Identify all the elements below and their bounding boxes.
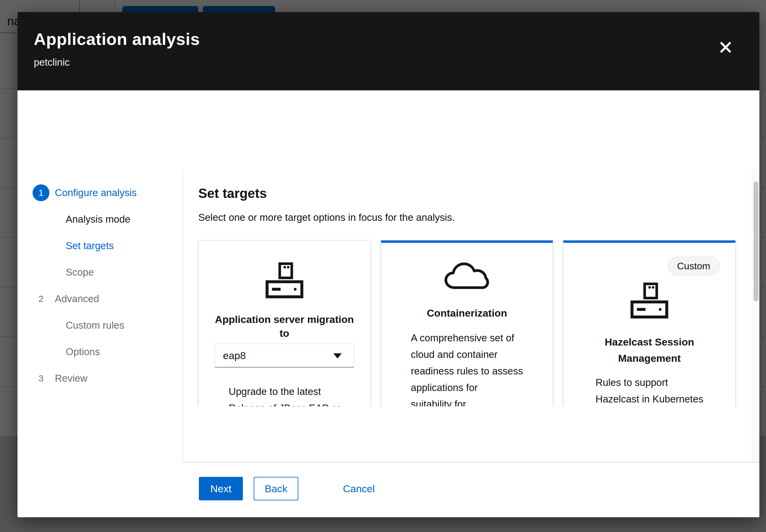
wizard-footer: Next Back Cancel xyxy=(17,462,759,517)
target-card-app-server-migration[interactable]: Application server migration to eap8 Upg… xyxy=(198,240,371,406)
sidebar-item-label: Scope xyxy=(66,267,94,278)
application-analysis-modal: Application analysis petclinic 1 Configu… xyxy=(17,12,759,517)
scrollbar-thumb[interactable] xyxy=(754,181,758,301)
modal-title: Application analysis xyxy=(34,30,711,49)
sidebar-item-label: Custom rules xyxy=(66,320,124,331)
modal-header: Application analysis petclinic xyxy=(17,12,759,90)
cloud-icon xyxy=(381,262,553,290)
sidebar-item-label: Set targets xyxy=(66,240,114,252)
sidebar-item-custom-rules: Custom rules xyxy=(33,312,183,339)
sidebar-item-advanced: 2 Advanced xyxy=(33,286,183,312)
card-title: Containerization xyxy=(427,305,507,321)
sidebar-item-review: 3 Review xyxy=(33,365,183,392)
server-icon xyxy=(564,283,735,319)
step-title: Set targets xyxy=(198,184,736,202)
target-card-containerization[interactable]: Containerization A comprehensive set of … xyxy=(381,240,553,406)
card-description: Upgrade to the latest Release of JBoss E… xyxy=(229,383,340,406)
target-cards: Application server migration to eap8 Upg… xyxy=(198,240,736,406)
sidebar-item-options: Options xyxy=(33,339,183,365)
custom-badge: Custom xyxy=(668,257,720,275)
select-value: eap8 xyxy=(223,350,246,361)
close-icon xyxy=(719,41,732,55)
sidebar-item-label: Advanced xyxy=(55,293,99,305)
footer-divider xyxy=(183,462,759,462)
cancel-button[interactable]: Cancel xyxy=(340,477,378,500)
close-button[interactable] xyxy=(716,38,735,57)
step-description: Select one or more target options in foc… xyxy=(198,211,736,224)
card-title: Hazelcast Session Management xyxy=(585,334,714,366)
card-description: A comprehensive set of cloud and contain… xyxy=(411,330,523,406)
server-icon xyxy=(199,262,370,299)
modal-subtitle: petclinic xyxy=(34,57,711,68)
card-description: Rules to support Hazelcast in Kubernetes xyxy=(595,374,703,406)
target-version-select[interactable]: eap8 xyxy=(215,344,354,368)
sidebar-item-label: Configure analysis xyxy=(55,187,137,199)
target-card-hazelcast[interactable]: Custom Hazelcast Session Management xyxy=(563,240,736,406)
sidebar-item-label: Review xyxy=(55,373,87,384)
sidebar-item-label: Options xyxy=(66,346,100,358)
sidebar-item-configure-analysis[interactable]: 1 Configure analysis xyxy=(33,180,183,206)
step-content: Set targets Select one or more target op… xyxy=(183,169,752,406)
sidebar-item-label: Analysis mode xyxy=(66,214,130,225)
sidebar-item-scope: Scope xyxy=(33,259,183,286)
step-number-2: 2 xyxy=(33,290,49,307)
card-title: Application server migration to xyxy=(209,312,360,340)
caret-down-icon xyxy=(333,353,342,358)
step-number-3: 3 xyxy=(33,370,49,387)
modal-body: 1 Configure analysis Analysis mode Set t… xyxy=(17,90,759,462)
step-number-1: 1 xyxy=(33,184,49,201)
wizard-nav: 1 Configure analysis Analysis mode Set t… xyxy=(17,169,183,406)
sidebar-item-analysis-mode[interactable]: Analysis mode xyxy=(33,206,183,233)
sidebar-item-set-targets[interactable]: Set targets xyxy=(33,233,183,259)
back-button[interactable]: Back xyxy=(254,477,298,500)
next-button[interactable]: Next xyxy=(199,477,243,500)
